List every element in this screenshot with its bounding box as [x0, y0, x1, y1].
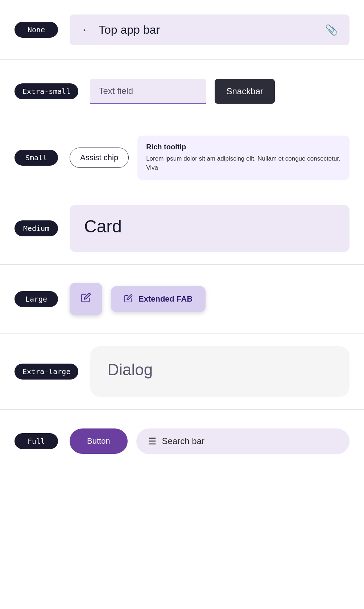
row-extra-large: Extra-large Dialog [0, 334, 364, 410]
row-small: Small Assist chip Rich tooltip Lorem ips… [0, 123, 364, 192]
content-full: Button ☰ Search bar [70, 428, 349, 454]
top-app-bar-title: Top app bar [99, 23, 318, 37]
row-full: Full Button ☰ Search bar [0, 410, 364, 473]
rich-tooltip-title: Rich tooltip [146, 143, 341, 151]
filled-button[interactable]: Button [70, 428, 128, 454]
card[interactable]: Card [70, 205, 349, 252]
badge-full: Full [15, 433, 58, 449]
extended-fab-button[interactable]: Extended FAB [111, 286, 206, 312]
content-large: Extended FAB [70, 283, 349, 315]
badge-extra-small: Extra-small [15, 83, 78, 99]
back-icon[interactable]: ← [81, 24, 91, 36]
badge-extra-large: Extra-large [15, 364, 78, 380]
extended-fab-label: Extended FAB [138, 294, 193, 304]
snackbar: Snackbar [215, 79, 274, 104]
search-bar[interactable]: ☰ Search bar [136, 428, 349, 454]
badge-medium: Medium [15, 220, 58, 236]
row-large: Large Extended FAB [0, 265, 364, 334]
row-none: None ← Top app bar 📎 [0, 0, 364, 60]
card-title: Card [84, 216, 335, 236]
attach-icon[interactable]: 📎 [325, 24, 338, 36]
content-extra-small: Text field Snackbar [90, 79, 349, 104]
extended-fab-edit-icon [124, 294, 133, 304]
badge-large: Large [15, 291, 58, 307]
assist-chip[interactable]: Assist chip [70, 148, 129, 168]
content-medium: Card [70, 205, 349, 252]
rich-tooltip-body: Lorem ipsum dolor sit am adipiscing elit… [146, 154, 341, 173]
row-medium: Medium Card [0, 192, 364, 265]
dialog-title: Dialog [107, 361, 332, 379]
menu-icon[interactable]: ☰ [148, 436, 156, 447]
content-extra-large: Dialog [90, 346, 349, 397]
content-small: Assist chip Rich tooltip Lorem ipsum dol… [70, 136, 349, 180]
text-field[interactable]: Text field [90, 79, 206, 104]
badge-small: Small [15, 150, 58, 166]
top-app-bar[interactable]: ← Top app bar 📎 [70, 14, 349, 45]
search-bar-label: Search bar [162, 436, 204, 446]
fab-button[interactable] [70, 283, 102, 315]
dialog[interactable]: Dialog [90, 346, 349, 397]
content-none: ← Top app bar 📎 [70, 14, 349, 45]
rich-tooltip: Rich tooltip Lorem ipsum dolor sit am ad… [137, 136, 349, 180]
badge-none: None [15, 22, 58, 38]
fab-edit-icon [81, 293, 91, 305]
row-extra-small: Extra-small Text field Snackbar [0, 60, 364, 123]
